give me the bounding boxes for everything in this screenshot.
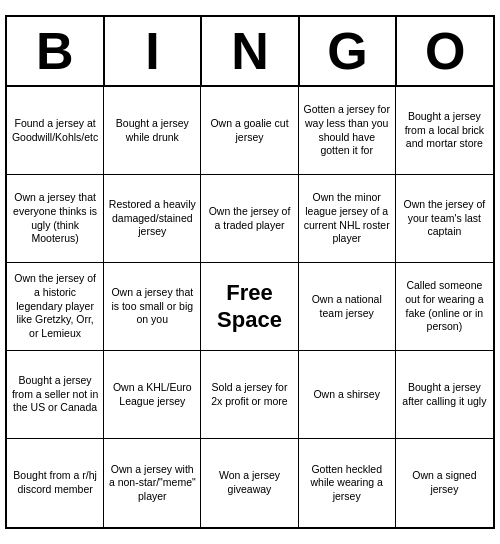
- bingo-cell-10[interactable]: Own the jersey of a historic legendary p…: [7, 263, 104, 351]
- bingo-cell-0[interactable]: Found a jersey at Goodwill/Kohls/etc: [7, 87, 104, 175]
- bingo-cell-21[interactable]: Own a jersey with a non-star/"meme" play…: [104, 439, 201, 527]
- bingo-cell-22[interactable]: Won a jersey giveaway: [201, 439, 298, 527]
- bingo-cell-1[interactable]: Bought a jersey while drunk: [104, 87, 201, 175]
- bingo-cell-19[interactable]: Bought a jersey after calling it ugly: [396, 351, 493, 439]
- bingo-cell-20[interactable]: Bought from a r/hj discord member: [7, 439, 104, 527]
- header-letter-O: O: [397, 17, 493, 85]
- header-letter-N: N: [202, 17, 300, 85]
- free-space-cell[interactable]: Free Space: [201, 263, 298, 351]
- header-letter-G: G: [300, 17, 398, 85]
- bingo-cell-6[interactable]: Restored a heavily damaged/stained jerse…: [104, 175, 201, 263]
- header-letter-B: B: [7, 17, 105, 85]
- bingo-header: BINGO: [7, 17, 493, 87]
- bingo-cell-7[interactable]: Own the jersey of a traded player: [201, 175, 298, 263]
- bingo-cell-2[interactable]: Own a goalie cut jersey: [201, 87, 298, 175]
- bingo-cell-18[interactable]: Own a shirsey: [299, 351, 396, 439]
- bingo-cell-13[interactable]: Own a national team jersey: [299, 263, 396, 351]
- bingo-cell-23[interactable]: Gotten heckled while wearing a jersey: [299, 439, 396, 527]
- bingo-cell-24[interactable]: Own a signed jersey: [396, 439, 493, 527]
- bingo-card: BINGO Found a jersey at Goodwill/Kohls/e…: [5, 15, 495, 529]
- bingo-cell-3[interactable]: Gotten a jersey for way less than you sh…: [299, 87, 396, 175]
- header-letter-I: I: [105, 17, 203, 85]
- bingo-cell-15[interactable]: Bought a jersey from a seller not in the…: [7, 351, 104, 439]
- bingo-cell-17[interactable]: Sold a jersey for 2x profit or more: [201, 351, 298, 439]
- bingo-cell-4[interactable]: Bought a jersey from a local brick and m…: [396, 87, 493, 175]
- bingo-cell-9[interactable]: Own the jersey of your team's last capta…: [396, 175, 493, 263]
- bingo-cell-11[interactable]: Own a jersey that is too small or big on…: [104, 263, 201, 351]
- bingo-cell-8[interactable]: Own the minor league jersey of a current…: [299, 175, 396, 263]
- bingo-cell-14[interactable]: Called someone out for wearing a fake (o…: [396, 263, 493, 351]
- bingo-grid: Found a jersey at Goodwill/Kohls/etcBoug…: [7, 87, 493, 527]
- bingo-cell-16[interactable]: Own a KHL/Euro League jersey: [104, 351, 201, 439]
- bingo-cell-5[interactable]: Own a jersey that everyone thinks is ugl…: [7, 175, 104, 263]
